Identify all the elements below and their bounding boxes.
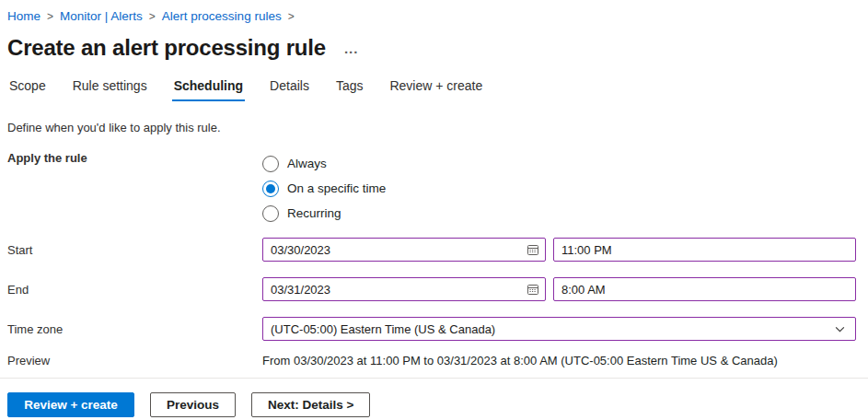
footer-bar: Review + create Previous Next: Details > (0, 378, 868, 417)
tab-details[interactable]: Details (268, 75, 311, 101)
preview-text: From 03/30/2023 at 11:00 PM to 03/31/202… (262, 354, 778, 368)
breadcrumb: Home > Monitor | Alerts > Alert processi… (7, 9, 856, 23)
calendar-icon[interactable] (521, 243, 539, 256)
breadcrumb-home[interactable]: Home (7, 9, 41, 23)
tab-scope[interactable]: Scope (7, 75, 48, 101)
end-date-input[interactable] (271, 283, 521, 297)
start-row: Start (7, 238, 856, 262)
apply-rule-row: Apply the rule Always On a specific time… (7, 151, 856, 226)
breadcrumb-monitor-alerts[interactable]: Monitor | Alerts (60, 9, 143, 23)
breadcrumb-separator: > (288, 10, 295, 23)
previous-button[interactable]: Previous (150, 392, 236, 417)
end-row: End (7, 277, 856, 301)
breadcrumb-separator: > (47, 10, 53, 23)
end-time-input[interactable] (561, 283, 848, 297)
tab-bar: Scope Rule settings Scheduling Details T… (7, 75, 856, 102)
preview-row: Preview From 03/30/2023 at 11:00 PM to 0… (7, 354, 856, 368)
review-create-button[interactable]: Review + create (7, 392, 134, 417)
start-time-field[interactable] (553, 238, 856, 262)
page-title: Create an alert processing rule (7, 35, 326, 61)
tab-tags[interactable]: Tags (334, 75, 365, 101)
radio-recurring[interactable]: Recurring (262, 201, 386, 226)
radio-recurring-label: Recurring (287, 206, 341, 220)
scheduling-description: Define when you'd like to apply this rul… (7, 121, 856, 134)
more-options-icon[interactable]: ... (344, 41, 359, 56)
timezone-label: Time zone (7, 322, 262, 336)
start-label: Start (7, 243, 262, 257)
timezone-row: Time zone (UTC-05:00) Eastern Time (US &… (7, 317, 856, 341)
start-date-input[interactable] (271, 243, 521, 257)
radio-circle-icon (262, 181, 279, 197)
start-time-input[interactable] (561, 243, 848, 257)
next-details-button[interactable]: Next: Details > (251, 392, 370, 417)
calendar-icon[interactable] (521, 283, 539, 296)
timezone-select[interactable]: (UTC-05:00) Eastern Time (US & Canada) (262, 317, 856, 341)
apply-rule-radio-group: Always On a specific time Recurring (262, 151, 386, 226)
radio-circle-icon (262, 205, 279, 222)
radio-on-a-specific-time[interactable]: On a specific time (262, 176, 386, 201)
tab-review-create[interactable]: Review + create (388, 75, 484, 101)
tab-scheduling[interactable]: Scheduling (172, 75, 245, 101)
end-time-field[interactable] (553, 277, 856, 301)
radio-always-label: Always (287, 157, 327, 170)
timezone-selected-value: (UTC-05:00) Eastern Time (US & Canada) (271, 322, 495, 336)
radio-circle-icon (262, 156, 279, 172)
breadcrumb-separator: > (149, 10, 156, 23)
start-date-field[interactable] (262, 238, 546, 262)
chevron-down-icon (834, 323, 846, 335)
end-label: End (7, 283, 262, 297)
end-date-field[interactable] (262, 277, 546, 301)
preview-label: Preview (7, 354, 262, 368)
tab-rule-settings[interactable]: Rule settings (71, 75, 149, 101)
radio-on-a-specific-time-label: On a specific time (287, 181, 386, 195)
radio-always[interactable]: Always (262, 151, 386, 176)
apply-rule-label: Apply the rule (7, 151, 262, 165)
breadcrumb-alert-processing-rules[interactable]: Alert processing rules (162, 9, 282, 23)
